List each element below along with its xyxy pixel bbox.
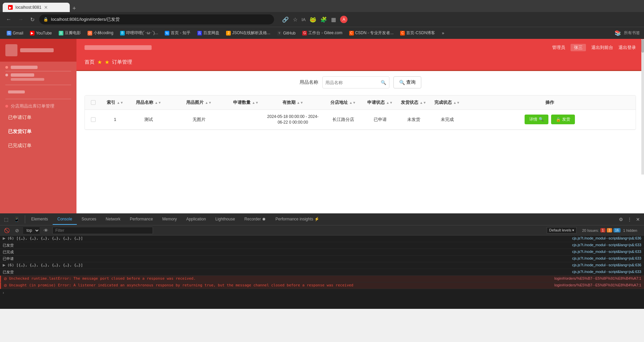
detail-button[interactable]: 详情 🔍 <box>525 115 548 124</box>
th-validity-sort[interactable]: ▲▼ <box>297 101 304 105</box>
expand-icon-1[interactable]: ▶ <box>3 236 5 241</box>
search-input[interactable] <box>325 80 381 85</box>
bookmark-douban[interactable]: 豆 豆瓣电影 <box>56 29 84 37</box>
breadcrumb-home[interactable]: 首页 <box>85 59 95 65</box>
sidebar-icon[interactable]: ▦ <box>331 16 336 23</box>
reload-button[interactable]: ↻ <box>28 15 37 24</box>
console-filter-icon[interactable]: ⊘ <box>14 227 20 234</box>
th-name: 用品名称 ▲▼ <box>128 95 169 110</box>
th-checkbox <box>85 95 102 110</box>
ia-icon[interactable]: IA <box>302 17 306 22</box>
badge-red: 1 <box>600 228 606 232</box>
console-clear-icon[interactable]: 🚫 <box>3 227 11 234</box>
row-ship-status: 未发货 <box>407 117 420 123</box>
console-line-5: ▶ (6) [{…}, {…}, {…}, {…}, {…}, {…}] cjs… <box>0 262 644 269</box>
bookmark-gitee[interactable]: G 工作台 - Gitee.com <box>300 29 345 37</box>
scrollbar[interactable] <box>641 39 644 175</box>
row-checkbox[interactable] <box>91 117 96 122</box>
console-link-4[interactable]: cjs.js?l./node_modul···script&lang=js&:6… <box>572 256 641 260</box>
sidebar-sub-user <box>0 85 76 99</box>
query-button[interactable]: 🔍 查询 <box>393 76 421 88</box>
th-apply-sort[interactable]: ▲▼ <box>386 101 393 105</box>
th-quantity-sort[interactable]: ▲▼ <box>252 101 259 105</box>
extensions-icon[interactable]: 🔗 <box>282 16 289 23</box>
tab-close-icon[interactable]: ✕ <box>44 5 48 10</box>
th-name-sort[interactable]: ▲▼ <box>155 101 161 105</box>
tab-application-label: Application <box>186 217 206 221</box>
scrollbar-thumb[interactable] <box>641 39 644 53</box>
browser-tab[interactable]: ▶ localhost:8081 ✕ <box>3 3 70 12</box>
star-icon[interactable]: ☆ <box>293 16 298 23</box>
bookmark-csdn2[interactable]: C 首页-CSDN博客 <box>397 29 438 37</box>
devtools-inspect-icon[interactable]: ⬚ <box>3 215 10 223</box>
console-eye-icon[interactable]: 👁 <box>42 227 50 234</box>
bookmark-youtube[interactable]: ▶ YouTube <box>27 29 54 37</box>
bookmark-zhihu[interactable]: 知 首页 - 知乎 <box>162 29 193 37</box>
csdn2-icon: C <box>400 31 405 36</box>
tab-application[interactable]: Application <box>181 214 211 225</box>
profile-icon[interactable]: A <box>340 16 347 23</box>
extension1-icon[interactable]: 🐸 <box>310 16 316 23</box>
tab-recorder[interactable]: Recorder ⏺ <box>240 214 271 225</box>
bookmark-gmail[interactable]: G Gmail <box>4 29 26 37</box>
th-index-sort[interactable]: ▲▼ <box>117 101 123 105</box>
tab-memory[interactable]: Memory <box>158 214 181 225</box>
search-icon-button[interactable]: 🔍 <box>381 80 386 85</box>
back-button[interactable]: ← <box>4 15 13 24</box>
bookmark-bilibili[interactable]: B 哔哩哔哩(´･ω･`)... <box>117 29 161 37</box>
th-ship-sort[interactable]: ▲▼ <box>420 101 426 105</box>
default-levels-button[interactable]: Default levels ▾ <box>547 227 577 233</box>
sidebar-item-applied[interactable]: 已申请订单 <box>0 111 76 125</box>
sidebar-user-1 <box>0 62 76 85</box>
expand-icon-5[interactable]: ▶ <box>3 263 5 267</box>
devtools-close-icon[interactable]: ✕ <box>635 215 641 223</box>
bookmarks-more-button[interactable]: » <box>439 29 447 37</box>
tab-sources[interactable]: Sources <box>77 214 101 225</box>
tab-lighthouse[interactable]: Lighthouse <box>211 214 240 225</box>
bookmark-github[interactable]: ⑂ GitHub <box>274 29 298 37</box>
th-complete-status: 完成状态 ▲▼ <box>430 95 464 110</box>
bookmarks-all-icon[interactable]: 📚 <box>614 30 621 36</box>
bookmark-baidu[interactable]: 百 百度网盘 <box>195 29 222 37</box>
tab-elements[interactable]: Elements <box>26 214 53 225</box>
back-to-front-button[interactable]: 退出到前台 <box>591 45 613 51</box>
tab-performance-insights[interactable]: Performance insights ⚡ <box>271 214 324 225</box>
tab-performance[interactable]: Performance <box>125 214 158 225</box>
context-selector[interactable]: top <box>23 227 40 234</box>
logout-button[interactable]: 退出登录 <box>619 45 636 51</box>
console-text-6: 已发货 <box>3 270 572 275</box>
th-complete-sort[interactable]: ▲▼ <box>453 101 460 105</box>
console-link-5[interactable]: cjs.js?l./node_modul···script&lang=js&:6… <box>572 263 641 267</box>
devtools-more-icon[interactable]: ⋮ <box>626 215 633 223</box>
header-checkbox[interactable] <box>91 100 96 105</box>
ship-button[interactable]: 🔒 发货 <box>551 115 575 124</box>
td-address: 长江路分店 <box>323 110 363 129</box>
bookmark-json[interactable]: J JSON在线解析及格... <box>223 29 273 37</box>
console-link-6[interactable]: cjs.js?l./node_modul···script&lang=js&:6… <box>572 270 641 274</box>
console-link-1[interactable]: cjs.js?l./node_modul···script&lang=js&:6… <box>572 236 641 240</box>
bookmarks-all-label[interactable]: 所有书签 <box>624 30 640 36</box>
bookmark-xiaolin[interactable]: 小 小林coding <box>85 29 116 37</box>
console-link-2[interactable]: cjs.js?l./node_modul···script&lang=js&:6… <box>572 243 641 247</box>
sidebar-item-completed[interactable]: 已完成订单 <box>0 139 76 153</box>
console-error-link-2[interactable]: login#/orders/%E5%B7···E5%8F%91%E8%B4%A7… <box>554 283 641 287</box>
devtools-mobile-icon[interactable]: 📱 <box>12 215 21 223</box>
console-filter-input[interactable] <box>52 227 153 234</box>
devtools-settings-icon[interactable]: ⚙ <box>618 215 625 223</box>
tab-network[interactable]: Network <box>101 214 125 225</box>
console-link-3[interactable]: cjs.js?l./node_modul···script&lang=js&:6… <box>572 250 641 254</box>
bookmark-csdn1[interactable]: C CSDN - 专业开发者... <box>346 29 396 37</box>
applied-orders-label: 已申请订单 <box>8 115 32 121</box>
puzzle-icon[interactable]: 🧩 <box>320 16 327 23</box>
tab-console[interactable]: Console <box>53 214 77 225</box>
th-image-sort[interactable]: ▲▼ <box>205 101 212 105</box>
th-index-label: 索引 <box>107 99 115 106</box>
new-tab-button[interactable]: + <box>72 5 76 12</box>
sidebar-item-shipped[interactable]: 已发货订单 <box>0 125 76 139</box>
star2-icon: ★ <box>105 59 109 65</box>
th-address-sort[interactable]: ▲▼ <box>349 101 356 105</box>
devtools-icons: ⬚ 📱 <box>3 215 25 223</box>
console-text-3: 已完成 <box>3 250 572 255</box>
forward-button[interactable]: → <box>16 15 25 24</box>
console-error-link-1[interactable]: login#/orders/%E5%B7···E5%8F%91%E8%B4%A7… <box>554 276 641 280</box>
